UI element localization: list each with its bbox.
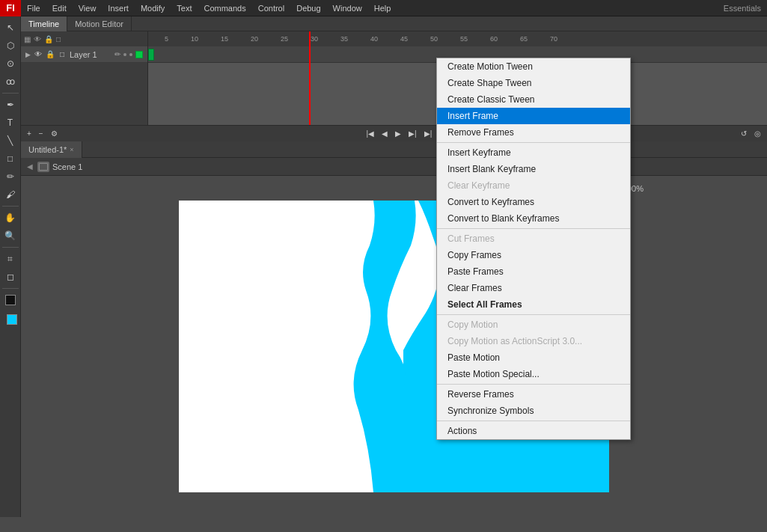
layer-square-icon[interactable]: □ (58, 50, 67, 59)
ruler-10: 10 (191, 35, 198, 43)
ruler-35: 35 (340, 35, 348, 43)
eyedropper-tool[interactable]: ⌗ (1, 251, 19, 267)
ctx-paste-motion[interactable]: Paste Motion (437, 349, 630, 366)
onion-btn[interactable]: ◎ (751, 128, 764, 139)
ruler-50: 50 (430, 35, 438, 43)
loop-btn[interactable]: ↺ (738, 128, 750, 139)
ctx-divider-3 (437, 314, 630, 315)
stroke-color[interactable] (2, 292, 19, 308)
delete-layer-btn[interactable]: − (36, 128, 46, 139)
timeline-controls: + − ⚙ |◀ ◀ ▶ ▶| ▶| ↺ ◎ (21, 125, 767, 141)
layer-lock-icon[interactable]: 🔒 (46, 50, 55, 59)
menu-edit[interactable]: Edit (46, 0, 73, 16)
menu-commands[interactable]: Commands (198, 0, 251, 16)
lasso-tool[interactable]: ⊙ (1, 55, 19, 72)
context-menu: Create Motion Tween Create Shape Tween C… (436, 58, 631, 440)
ruler-5: 5 (165, 35, 168, 43)
ctx-paste-frames[interactable]: Paste Frames (437, 263, 630, 280)
doc-tab-close[interactable]: × (70, 141, 73, 158)
layers-panel: ▶ 👁 🔒 □ Layer 1 ✏ (21, 46, 148, 125)
layer-name: Layer 1 (70, 50, 111, 59)
ruler-20: 20 (251, 35, 258, 43)
timeline-header: ▦ 👁 🔒 □ 5 10 15 20 25 30 35 40 45 50 (21, 31, 767, 46)
ctx-convert-to-keyframes[interactable]: Convert to Keyframes (437, 194, 630, 210)
tool-divider-1 (2, 93, 19, 94)
menu-text[interactable]: Text (171, 0, 198, 16)
line-tool[interactable]: ╲ (1, 132, 19, 149)
pen-tool[interactable]: ✒ (1, 97, 19, 113)
menu-modify[interactable]: Modify (135, 0, 171, 16)
layer-expand-icon: ▶ (25, 51, 31, 58)
ctx-create-classic-tween[interactable]: Create Classic Tween (437, 91, 630, 108)
ctx-create-shape-tween[interactable]: Create Shape Tween (437, 75, 630, 91)
go-end-btn[interactable]: ▶| (421, 128, 436, 139)
ctx-copy-motion-as: Copy Motion as ActionScript 3.0... (437, 333, 630, 349)
ctx-insert-frame[interactable]: Insert Frame (437, 108, 630, 124)
layer-keyframe-box (135, 51, 143, 58)
text-tool[interactable]: T (1, 114, 19, 131)
ctx-remove-frames[interactable]: Remove Frames (437, 124, 630, 141)
layer-row-1[interactable]: ▶ 👁 🔒 □ Layer 1 ✏ (21, 46, 147, 63)
ruler-55: 55 (460, 35, 468, 43)
lock-header-icon: 🔒 (44, 35, 53, 43)
ruler-45: 45 (400, 35, 408, 43)
playhead-line (309, 31, 311, 46)
ctx-insert-keyframe[interactable]: Insert Keyframe (437, 144, 630, 161)
ctx-reverse-frames[interactable]: Reverse Frames (437, 386, 630, 403)
menu-window[interactable]: Window (327, 0, 368, 16)
timeline-body: ▶ 👁 🔒 □ Layer 1 ✏ (21, 46, 767, 125)
menu-help[interactable]: Help (368, 0, 397, 16)
zoom-tool[interactable]: 🔍 (1, 227, 19, 244)
step-fwd-btn[interactable]: ▶| (406, 128, 420, 139)
doc-tabs: Untitled-1* × (21, 141, 767, 158)
fill-swatch (7, 314, 17, 325)
pencil-tool[interactable]: ✏ (1, 168, 19, 185)
ctx-divider-2 (437, 228, 630, 229)
hand-tool[interactable]: ✋ (1, 210, 19, 226)
app-icon: Fl (0, 0, 21, 16)
layers-label: ▦ (24, 35, 31, 43)
ctx-create-motion-tween[interactable]: Create Motion Tween (437, 58, 630, 75)
eye-header-icon: 👁 (34, 35, 41, 43)
add-layer-btn[interactable]: + (24, 128, 34, 139)
ctx-copy-frames[interactable]: Copy Frames (437, 247, 630, 263)
ctx-copy-motion: Copy Motion (437, 317, 630, 333)
rectangle-tool[interactable]: □ (1, 150, 19, 167)
ctx-cut-frames: Cut Frames (437, 230, 630, 247)
canvas-area: 100% (21, 176, 767, 517)
freeform-tool[interactable]: ꝏ (1, 73, 19, 90)
menu-file[interactable]: File (21, 0, 46, 16)
ruler-65: 65 (520, 35, 528, 43)
layer-eye-icon[interactable]: 👁 (34, 50, 43, 59)
menu-debug[interactable]: Debug (290, 0, 326, 16)
layer-dot (123, 53, 126, 56)
ctx-actions[interactable]: Actions (437, 423, 630, 439)
fill-color[interactable] (2, 310, 19, 326)
menu-insert[interactable]: Insert (102, 0, 135, 16)
menu-control[interactable]: Control (252, 0, 290, 16)
tab-motion-editor[interactable]: Motion Editor (67, 16, 132, 31)
ctx-clear-frames[interactable]: Clear Frames (437, 280, 630, 296)
brush-tool[interactable]: 🖌 (1, 186, 19, 203)
ruler-70: 70 (550, 35, 557, 43)
layer-props-btn[interactable]: ⚙ (48, 128, 61, 139)
menu-view[interactable]: View (73, 0, 103, 16)
tab-timeline[interactable]: Timeline (21, 16, 67, 31)
ctx-select-all-frames[interactable]: Select All Frames (437, 296, 630, 313)
breadcrumb-back-arrow[interactable]: ◀ (27, 162, 33, 171)
step-back-btn[interactable]: ◀ (379, 128, 391, 139)
ctx-synchronize-symbols[interactable]: Synchronize Symbols (437, 403, 630, 419)
ctx-convert-to-blank-keyframes[interactable]: Convert to Blank Keyframes (437, 210, 630, 227)
tool-divider-3 (2, 247, 19, 248)
selection-tool[interactable]: ↖ (1, 19, 19, 36)
eraser-tool[interactable]: ◻ (1, 269, 19, 285)
play-btn[interactable]: ▶ (392, 128, 404, 139)
ctx-insert-blank-keyframe[interactable]: Insert Blank Keyframe (437, 161, 630, 177)
layer-dot2 (129, 53, 132, 56)
go-start-btn[interactable]: |◀ (363, 128, 377, 139)
doc-tab-untitled[interactable]: Untitled-1* × (21, 141, 82, 158)
subselection-tool[interactable]: ⬡ (1, 37, 19, 54)
ctx-paste-motion-special[interactable]: Paste Motion Special... (437, 366, 630, 382)
playhead-frames (309, 46, 311, 125)
ruler-15: 15 (221, 35, 228, 43)
